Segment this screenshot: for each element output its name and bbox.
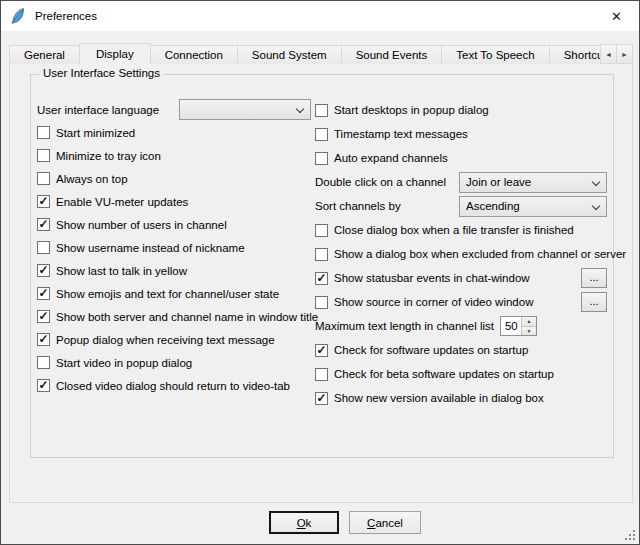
checkbox-label: Show last to talk in yellow: [56, 265, 187, 277]
checkbox-row-server-channel-title[interactable]: Show both server and channel name in win…: [37, 305, 311, 328]
language-combobox[interactable]: [179, 99, 311, 120]
checkbox-row-video-source-corner[interactable]: Show source in corner of video window ..…: [315, 290, 607, 314]
checkbox[interactable]: [37, 149, 50, 162]
close-button[interactable]: ✕: [594, 1, 639, 31]
display-tab-page: User Interface Settings User interface l…: [9, 63, 633, 503]
ok-button-label: Ok: [297, 517, 312, 529]
checkbox-label: Start desktops in popup dialog: [334, 104, 489, 116]
checkbox[interactable]: [37, 241, 50, 254]
tab-sound-events[interactable]: Sound Events: [341, 45, 443, 64]
checkbox[interactable]: [37, 126, 50, 139]
tab-label: Sound System: [252, 49, 327, 61]
tab-connection[interactable]: Connection: [150, 45, 238, 64]
max-text-length-row: Maximum text length in channel list 50 ▲…: [315, 314, 607, 338]
tab-scroll-left-button[interactable]: ◄: [600, 44, 617, 64]
sort-channels-label: Sort channels by: [315, 200, 401, 212]
checkbox[interactable]: [37, 218, 50, 231]
checkbox-row-always-on-top[interactable]: Always on top: [37, 167, 311, 190]
checkbox[interactable]: [37, 356, 50, 369]
checkbox[interactable]: [315, 224, 328, 237]
checkbox[interactable]: [315, 344, 328, 357]
spin-buttons: ▲ ▼: [521, 317, 536, 335]
checkbox[interactable]: [37, 310, 50, 323]
checkbox[interactable]: [37, 264, 50, 277]
spin-down-button[interactable]: ▼: [522, 327, 536, 336]
video-source-more-button[interactable]: ...: [581, 292, 607, 312]
checkbox-row-popup-text-message[interactable]: Popup dialog when receiving text message: [37, 328, 311, 351]
checkbox-row-emojis[interactable]: Show emojis and text for channel/user st…: [37, 282, 311, 305]
tab-scroller: ◄ ►: [600, 44, 633, 64]
checkbox[interactable]: [315, 248, 328, 261]
checkbox-row-number-of-users[interactable]: Show number of users in channel: [37, 213, 311, 236]
checkbox-row-video-popup[interactable]: Start video in popup dialog: [37, 351, 311, 374]
checkbox-row-statusbar-events[interactable]: Show statusbar events in chat-window ...: [315, 266, 607, 290]
doubleclick-combobox[interactable]: Join or leave: [459, 172, 607, 193]
checkbox[interactable]: [315, 296, 328, 309]
checkbox-row-vu-meter[interactable]: Enable VU-meter updates: [37, 190, 311, 213]
resize-grip[interactable]: [623, 528, 637, 542]
checkbox-row-start-minimized[interactable]: Start minimized: [37, 121, 311, 144]
checkbox-label: Show username instead of nickname: [56, 242, 245, 254]
checkbox-row-software-updates[interactable]: Check for software updates on startup: [315, 338, 607, 362]
tab-display[interactable]: Display: [79, 43, 151, 64]
max-text-length-label: Maximum text length in channel list: [315, 320, 494, 332]
checkbox-row-username-instead[interactable]: Show username instead of nickname: [37, 236, 311, 259]
checkbox[interactable]: [37, 287, 50, 300]
checkbox-row-beta-updates[interactable]: Check for beta software updates on start…: [315, 362, 607, 386]
ellipsis-icon: ...: [589, 271, 598, 283]
left-column: User interface language Start minimized …: [37, 98, 311, 397]
chevron-down-icon: [296, 105, 304, 113]
ok-button[interactable]: Ok: [269, 511, 339, 534]
checkbox[interactable]: [315, 128, 328, 141]
checkbox-label: Show number of users in channel: [56, 219, 227, 231]
statusbar-events-more-button[interactable]: ...: [581, 268, 607, 288]
checkbox[interactable]: [315, 104, 328, 117]
checkbox-row-last-to-talk[interactable]: Show last to talk in yellow: [37, 259, 311, 282]
sort-channels-combobox[interactable]: Ascending: [459, 196, 607, 217]
max-text-length-spinbox[interactable]: 50 ▲ ▼: [500, 316, 537, 336]
spin-up-button[interactable]: ▲: [522, 317, 536, 327]
checkbox[interactable]: [37, 172, 50, 185]
checkbox-label: Start minimized: [56, 127, 135, 139]
tab-scroll-right-button[interactable]: ►: [616, 44, 633, 64]
checkbox-row-excluded-dialog[interactable]: Show a dialog box when excluded from cha…: [315, 242, 607, 266]
title-bar[interactable]: Preferences ✕: [1, 1, 639, 31]
arrow-down-icon: ▼: [526, 328, 531, 334]
doubleclick-value: Join or leave: [466, 176, 531, 188]
group-title: User Interface Settings: [39, 67, 164, 79]
checkbox-row-auto-expand[interactable]: Auto expand channels: [315, 146, 607, 170]
checkbox[interactable]: [37, 195, 50, 208]
chevron-down-icon: [592, 201, 600, 209]
tab-general[interactable]: General: [9, 45, 80, 64]
language-label: User interface language: [37, 104, 159, 116]
cancel-button[interactable]: Cancel: [349, 511, 421, 534]
checkbox-label: Show a dialog box when excluded from cha…: [334, 248, 626, 260]
checkbox-row-timestamp[interactable]: Timestamp text messages: [315, 122, 607, 146]
checkbox[interactable]: [315, 272, 328, 285]
checkbox-label: Show new version available in dialog box: [334, 392, 544, 404]
checkbox-label: Enable VU-meter updates: [56, 196, 188, 208]
sort-channels-value: Ascending: [466, 200, 520, 212]
checkbox-label: Start video in popup dialog: [56, 357, 192, 369]
arrow-up-icon: ▲: [526, 318, 531, 324]
checkbox-row-minimize-to-tray[interactable]: Minimize to tray icon: [37, 144, 311, 167]
checkbox[interactable]: [37, 333, 50, 346]
cancel-button-label: Cancel: [367, 517, 403, 529]
checkbox-row-desktops-popup[interactable]: Start desktops in popup dialog: [315, 98, 607, 122]
checkbox-row-file-transfer[interactable]: Close dialog box when a file transfer is…: [315, 218, 607, 242]
checkbox[interactable]: [37, 379, 50, 392]
checkbox[interactable]: [315, 368, 328, 381]
tab-bar: General Display Connection Sound System …: [9, 42, 633, 64]
checkbox-label: Popup dialog when receiving text message: [56, 334, 275, 346]
checkbox[interactable]: [315, 392, 328, 405]
tab-sound-system[interactable]: Sound System: [237, 45, 342, 64]
checkbox-row-closed-video-return[interactable]: Closed video dialog should return to vid…: [37, 374, 311, 397]
tab-label: General: [24, 49, 65, 61]
tab-label: Sound Events: [356, 49, 428, 61]
checkbox[interactable]: [315, 152, 328, 165]
tab-text-to-speech[interactable]: Text To Speech: [441, 45, 549, 64]
checkbox-row-new-version-dialog[interactable]: Show new version available in dialog box: [315, 386, 607, 410]
checkbox-label: Timestamp text messages: [334, 128, 468, 140]
arrow-left-icon: ◄: [605, 51, 612, 58]
right-column: Start desktops in popup dialog Timestamp…: [315, 98, 607, 410]
